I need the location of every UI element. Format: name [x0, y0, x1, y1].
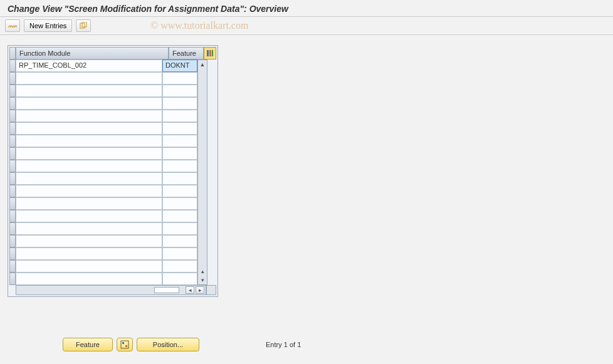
cell-feature[interactable] [162, 273, 197, 285]
table-header-row: Function Module Feature [9, 47, 216, 60]
row-select-handle[interactable] [9, 172, 16, 185]
new-entries-button[interactable]: New Entries [24, 19, 72, 32]
cell-function-module[interactable] [16, 172, 162, 185]
cell-feature[interactable] [162, 147, 197, 160]
table-row [9, 72, 197, 85]
position-icon-button[interactable] [117, 338, 133, 351]
cell-feature[interactable] [162, 185, 197, 197]
column-header-function-module[interactable]: Function Module [16, 47, 169, 60]
h-scroll-thumb[interactable] [154, 287, 179, 293]
cell-feature[interactable] [162, 235, 197, 247]
row-select-handle[interactable] [9, 160, 16, 172]
table-row [9, 110, 197, 122]
table-row [9, 172, 197, 185]
scroll-up-icon[interactable]: ▲ [198, 60, 207, 69]
cell-feature[interactable] [162, 97, 197, 110]
cell-function-module[interactable] [16, 135, 162, 147]
scroll-down-small-icon[interactable]: ▴ [198, 267, 207, 276]
glasses-toggle-icon[interactable] [5, 19, 20, 32]
row-select-handle[interactable] [9, 97, 16, 110]
table-row [9, 122, 197, 135]
table-row [9, 160, 197, 172]
table-row [9, 247, 197, 260]
row-select-handle[interactable] [9, 110, 16, 122]
table-row [9, 185, 197, 197]
svg-rect-4 [212, 50, 213, 56]
scroll-left-icon[interactable]: ◂ [186, 286, 194, 294]
content-area: Function Module Feature RP_TIME_COBL_002… [0, 35, 613, 307]
vertical-scrollbar[interactable]: ▲ ▴ ▾ [197, 60, 207, 285]
row-select-handle[interactable] [9, 260, 16, 273]
cell-function-module[interactable]: RP_TIME_COBL_002 [16, 60, 162, 72]
row-select-handle[interactable] [9, 222, 16, 235]
cell-function-module[interactable] [16, 197, 162, 210]
cell-function-module[interactable] [16, 235, 162, 247]
row-select-handle[interactable] [9, 247, 16, 260]
svg-rect-6 [122, 342, 124, 344]
row-select-handle[interactable] [9, 147, 16, 160]
svg-rect-2 [207, 50, 209, 56]
table-row [9, 147, 197, 160]
cell-feature[interactable] [162, 85, 197, 97]
cell-function-module[interactable] [16, 97, 162, 110]
position-button[interactable]: Position... [137, 338, 199, 351]
cell-function-module[interactable] [16, 72, 162, 85]
cell-function-module[interactable] [16, 185, 162, 197]
cell-feature[interactable] [162, 160, 197, 172]
row-select-handle[interactable] [9, 85, 16, 97]
table-row: RP_TIME_COBL_002DOKNT [9, 60, 197, 72]
feature-button[interactable]: Feature [63, 338, 113, 351]
cell-feature[interactable] [162, 222, 197, 235]
table-row [9, 273, 197, 285]
scrollbar-corner [206, 285, 216, 295]
row-select-handle[interactable] [9, 235, 16, 247]
select-all-handle[interactable] [9, 47, 16, 60]
cell-function-module[interactable] [16, 260, 162, 273]
table-row [9, 85, 197, 97]
cell-function-module[interactable] [16, 110, 162, 122]
cell-feature[interactable] [162, 172, 197, 185]
table-row [9, 210, 197, 222]
table-settings-icon[interactable] [204, 47, 216, 60]
cell-function-module[interactable] [16, 222, 162, 235]
status-text: Entry 1 of 1 [266, 341, 301, 348]
table-row [9, 222, 197, 235]
row-select-handle[interactable] [9, 185, 16, 197]
cell-feature[interactable] [162, 135, 197, 147]
cell-function-module[interactable] [16, 247, 162, 260]
cell-function-module[interactable] [16, 147, 162, 160]
cell-feature[interactable] [162, 110, 197, 122]
cell-function-module[interactable] [16, 160, 162, 172]
row-select-handle[interactable] [9, 72, 16, 85]
cell-feature[interactable] [162, 210, 197, 222]
table-row [9, 135, 197, 147]
column-header-feature[interactable]: Feature [169, 47, 204, 60]
cell-function-module[interactable] [16, 85, 162, 97]
cell-function-module[interactable] [16, 273, 162, 285]
row-select-handle[interactable] [9, 210, 16, 222]
data-table: Function Module Feature RP_TIME_COBL_002… [8, 45, 218, 297]
row-select-handle[interactable] [9, 273, 16, 285]
rows-area: RP_TIME_COBL_002DOKNT [9, 60, 197, 285]
cell-function-module[interactable] [16, 210, 162, 222]
row-select-handle[interactable] [9, 122, 16, 135]
page-title: Change View "Screen Modification for Ass… [0, 0, 613, 17]
cell-feature[interactable] [162, 247, 197, 260]
copy-as-icon[interactable] [76, 19, 91, 32]
cell-feature[interactable] [162, 122, 197, 135]
table-row [9, 97, 197, 110]
scroll-down-icon[interactable]: ▾ [198, 276, 207, 284]
scroll-right-icon[interactable]: ▸ [196, 286, 204, 294]
cell-feature[interactable] [162, 72, 197, 85]
svg-rect-7 [125, 345, 127, 347]
horizontal-scrollbar[interactable]: ◂ ▸ [16, 285, 206, 295]
table-row [9, 260, 197, 273]
row-select-handle[interactable] [9, 197, 16, 210]
cell-function-module[interactable] [16, 122, 162, 135]
row-select-handle[interactable] [9, 135, 16, 147]
cell-feature[interactable]: DOKNT [162, 60, 197, 72]
svg-rect-5 [121, 341, 128, 348]
row-select-handle[interactable] [9, 60, 16, 72]
cell-feature[interactable] [162, 197, 197, 210]
cell-feature[interactable] [162, 260, 197, 273]
